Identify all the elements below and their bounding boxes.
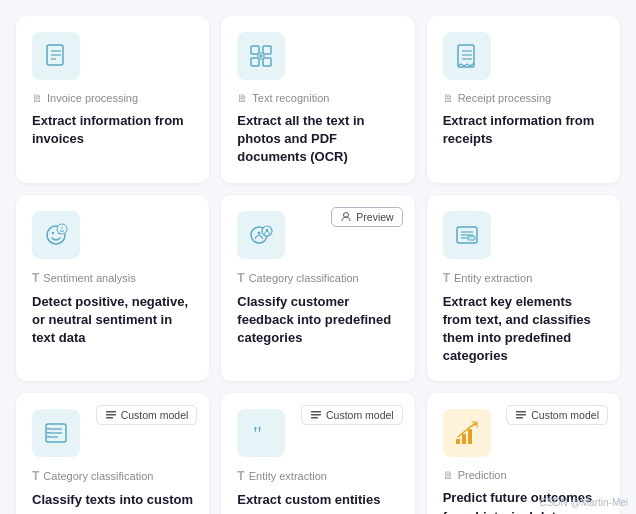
svg-rect-39 [47, 436, 50, 438]
svg-rect-31 [106, 414, 116, 416]
card-type-label-entity-custom: Entity extraction [249, 470, 327, 482]
person-icon [340, 211, 352, 223]
svg-rect-5 [263, 46, 271, 54]
card-type-label-receipt: Receipt processing [458, 92, 552, 104]
T-icon-entity: T [443, 271, 450, 285]
card-icon-invoice [32, 32, 80, 80]
card-type-category-custom: T Category classification [32, 469, 193, 483]
svg-rect-42 [311, 417, 318, 419]
custom-badge-prediction: Custom model [506, 405, 608, 425]
svg-rect-40 [311, 411, 321, 413]
card-type-ocr: 🗎 Text recognition [237, 92, 398, 104]
custom-badge-category: Custom model [96, 405, 198, 425]
doc-icon-ocr: 🗎 [237, 92, 248, 104]
card-type-invoice: 🗎 Invoice processing [32, 92, 193, 104]
card-title-category: Classify customer feedback into predefin… [237, 293, 398, 348]
svg-point-23 [266, 228, 268, 230]
T-icon-sentiment: T [32, 271, 39, 285]
svg-rect-46 [516, 417, 523, 419]
card-icon-list [32, 409, 80, 457]
card-receipt-processing[interactable]: 🗎 Receipt processing Extract information… [427, 16, 620, 183]
card-text-recognition[interactable]: 🗎 Text recognition Extract all the text … [221, 16, 414, 183]
card-type-label-entity: Entity extraction [454, 272, 532, 284]
custom-badge-entity: Custom model [301, 405, 403, 425]
svg-rect-30 [106, 411, 116, 413]
card-title-category-custom: Classify texts into custom categories [32, 491, 193, 514]
svg-rect-32 [106, 417, 113, 419]
card-type-category: T Category classification [237, 271, 398, 285]
svg-rect-49 [468, 429, 472, 444]
card-entity-extraction-custom[interactable]: Custom model " T Entity extraction Extra… [221, 393, 414, 514]
card-type-entity: T Entity extraction [443, 271, 604, 285]
card-title-sentiment: Detect positive, negative, or neutral se… [32, 293, 193, 348]
svg-rect-37 [47, 428, 50, 430]
card-title-receipt: Extract information from receipts [443, 112, 604, 148]
card-type-entity-custom: T Entity extraction [237, 469, 398, 483]
svg-rect-48 [462, 434, 466, 444]
card-type-sentiment: T Sentiment analysis [32, 271, 193, 285]
svg-point-17 [57, 224, 67, 234]
doc-icon-prediction: 🗎 [443, 469, 454, 481]
preview-badge-label: Preview [356, 211, 393, 223]
card-grid: 🗎 Invoice processing Extract information… [16, 16, 620, 514]
card-sentiment-analysis[interactable]: T Sentiment analysis Detect positive, ne… [16, 195, 209, 382]
svg-rect-44 [516, 411, 526, 413]
card-icon-sentiment [32, 211, 80, 259]
card-entity-extraction[interactable]: T Entity extraction Extract key elements… [427, 195, 620, 382]
svg-rect-45 [516, 414, 526, 416]
svg-rect-41 [311, 414, 321, 416]
card-category-classification[interactable]: Preview T Category classification Classi… [221, 195, 414, 382]
card-title-entity-custom: Extract custom entities from your text [237, 491, 398, 514]
card-title-prediction: Predict future outcomes from historical … [443, 489, 604, 514]
svg-point-50 [473, 423, 476, 426]
svg-rect-29 [468, 236, 475, 240]
list-icon-badge [105, 409, 117, 421]
card-category-classification-custom[interactable]: Custom model T Category classification C… [16, 393, 209, 514]
svg-rect-4 [251, 46, 259, 54]
card-icon-ocr [237, 32, 285, 80]
list-icon-badge-entity [310, 409, 322, 421]
preview-badge: Preview [331, 207, 402, 227]
card-invoice-processing[interactable]: 🗎 Invoice processing Extract information… [16, 16, 209, 183]
svg-rect-6 [251, 58, 259, 66]
card-type-prediction: 🗎 Prediction [443, 469, 604, 481]
T-icon-category: T [237, 271, 244, 285]
svg-text:": " [253, 421, 262, 446]
card-type-receipt: 🗎 Receipt processing [443, 92, 604, 104]
card-title-entity: Extract key elements from text, and clas… [443, 293, 604, 366]
card-type-label-category: Category classification [249, 272, 359, 284]
card-title-invoice: Extract information from invoices [32, 112, 193, 148]
custom-badge-prediction-label: Custom model [531, 409, 599, 421]
card-icon-chart [443, 409, 491, 457]
card-icon-entity [443, 211, 491, 259]
card-prediction[interactable]: Custom model 🗎 Prediction Predict future… [427, 393, 620, 514]
card-type-label-ocr: Text recognition [252, 92, 329, 104]
T-icon-cat-custom: T [32, 469, 39, 483]
card-icon-receipt [443, 32, 491, 80]
list-icon-badge-prediction [515, 409, 527, 421]
card-icon-quote: " [237, 409, 285, 457]
card-type-label-sentiment: Sentiment analysis [43, 272, 135, 284]
svg-rect-7 [263, 58, 271, 66]
svg-rect-38 [47, 432, 50, 434]
card-icon-category [237, 211, 285, 259]
T-icon-ent-custom: T [237, 469, 244, 483]
card-type-label-category-custom: Category classification [43, 470, 153, 482]
custom-badge-category-label: Custom model [121, 409, 189, 421]
custom-badge-entity-label: Custom model [326, 409, 394, 421]
doc-icon-receipt: 🗎 [443, 92, 454, 104]
card-title-ocr: Extract all the text in photos and PDF d… [237, 112, 398, 167]
card-type-label-prediction: Prediction [458, 469, 507, 481]
svg-point-15 [52, 231, 54, 233]
svg-point-21 [258, 231, 261, 234]
card-type-label-invoice: Invoice processing [47, 92, 138, 104]
svg-point-18 [61, 227, 63, 229]
doc-icon: 🗎 [32, 92, 43, 104]
svg-rect-47 [456, 439, 460, 444]
